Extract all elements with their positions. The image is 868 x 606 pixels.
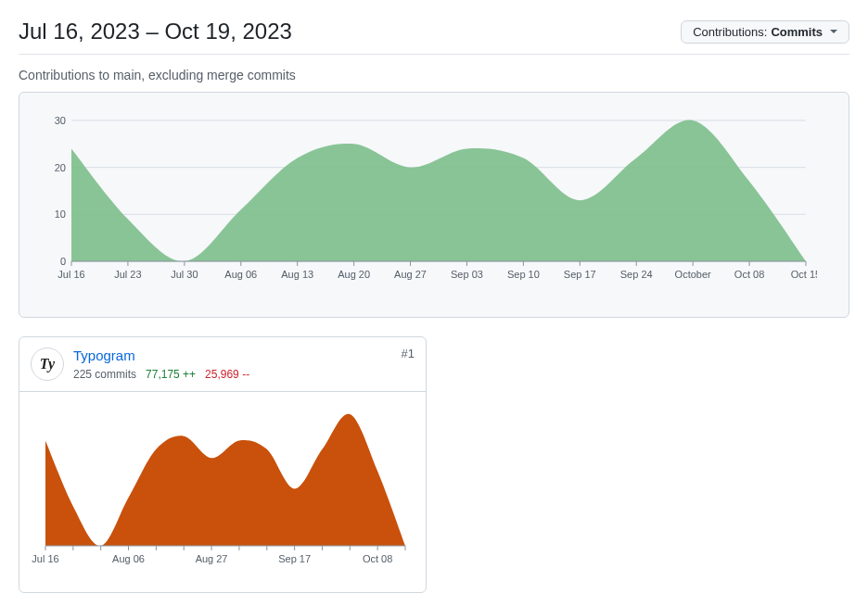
main-area-chart: 0102030Jul 16Jul 23Jul 30Aug 06Aug 13Aug… — [38, 111, 830, 291]
contributor-rank: #1 — [402, 347, 415, 360]
svg-text:Jul 30: Jul 30 — [171, 269, 198, 280]
svg-text:Jul 16: Jul 16 — [57, 269, 84, 280]
svg-text:Jul 16: Jul 16 — [32, 553, 58, 564]
contributions-dropdown[interactable]: Contributions: Commits — [681, 20, 849, 44]
svg-text:Oct 15: Oct 15 — [791, 269, 817, 280]
page-title: Jul 16, 2023 – Oct 19, 2023 — [19, 19, 292, 44]
svg-text:Sep 03: Sep 03 — [451, 269, 483, 280]
svg-text:Jul 23: Jul 23 — [114, 269, 141, 280]
svg-text:Sep 10: Sep 10 — [507, 269, 540, 280]
svg-text:Oct 08: Oct 08 — [734, 269, 764, 280]
chevron-down-icon — [830, 30, 837, 33]
dropdown-label: Contributions: — [693, 25, 767, 39]
svg-text:Aug 27: Aug 27 — [196, 553, 228, 564]
svg-text:Sep 17: Sep 17 — [278, 553, 311, 564]
svg-text:Aug 06: Aug 06 — [224, 269, 257, 280]
svg-text:Aug 20: Aug 20 — [338, 269, 370, 280]
additions-count: 77,175 ++ — [146, 368, 196, 383]
svg-text:0: 0 — [60, 256, 66, 267]
contributor-name-link[interactable]: Typogram — [73, 347, 135, 363]
main-chart-card: 0102030Jul 16Jul 23Jul 30Aug 06Aug 13Aug… — [19, 92, 849, 318]
svg-text:Aug 27: Aug 27 — [394, 269, 427, 280]
svg-text:Sep 17: Sep 17 — [564, 269, 596, 280]
svg-text:Oct 08: Oct 08 — [363, 553, 392, 564]
avatar: Ty — [31, 347, 64, 381]
svg-text:Aug 13: Aug 13 — [281, 269, 313, 280]
deletions-count: 25,969 -- — [205, 368, 249, 383]
dropdown-value: Commits — [771, 25, 823, 39]
commits-count: 225 commits — [73, 368, 136, 383]
svg-text:10: 10 — [55, 208, 66, 220]
svg-text:October: October — [675, 269, 711, 280]
svg-text:Sep 24: Sep 24 — [620, 269, 653, 280]
contributor-card: Ty Typogram 225 commits 77,175 ++ 25,969… — [19, 336, 427, 593]
svg-text:Aug 06: Aug 06 — [112, 553, 145, 564]
svg-text:30: 30 — [55, 115, 66, 126]
svg-text:20: 20 — [55, 162, 66, 173]
contributor-area-chart: Jul 16Aug 06Aug 27Sep 17Oct 08 — [27, 405, 418, 575]
subtitle-text: Contributions to main, excluding merge c… — [19, 68, 849, 82]
